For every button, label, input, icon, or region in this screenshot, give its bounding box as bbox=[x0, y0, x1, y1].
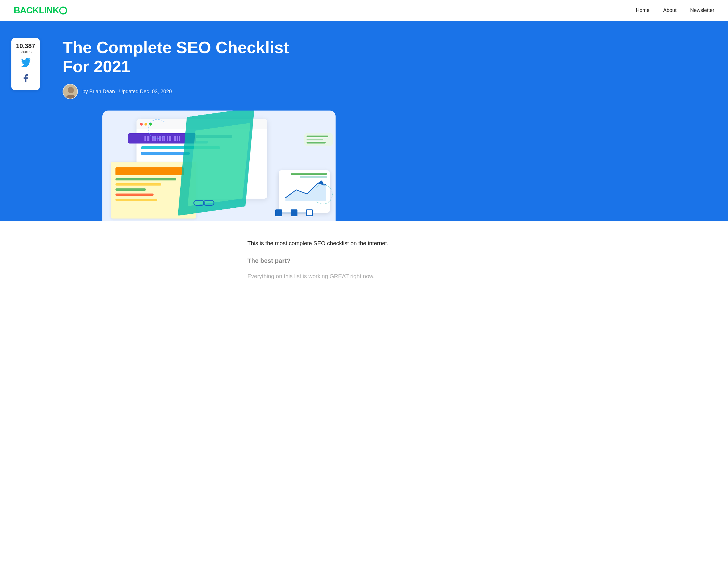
yellow-line-1 bbox=[115, 183, 161, 185]
nav-home[interactable]: Home bbox=[636, 7, 649, 13]
card-line-1 bbox=[291, 173, 327, 175]
site-header: BACKLINK Home About Newsletter bbox=[0, 0, 728, 21]
zigzag-1 bbox=[144, 136, 150, 141]
dashed-circle-left bbox=[148, 119, 168, 139]
small-green-card bbox=[304, 133, 333, 146]
sg-line-1 bbox=[306, 136, 328, 137]
sq-2 bbox=[291, 209, 297, 216]
nav-newsletter[interactable]: Newsletter bbox=[690, 7, 714, 13]
logo-text: BACKLINK bbox=[14, 5, 59, 16]
green-line-2 bbox=[115, 189, 146, 191]
ill-line-4 bbox=[141, 152, 190, 155]
twitter-share-button[interactable] bbox=[15, 58, 36, 70]
orange-small bbox=[115, 194, 154, 196]
best-part-label: The best part? bbox=[247, 257, 481, 264]
hero-illustration bbox=[102, 111, 335, 221]
intro-text: This is the most complete SEO checklist … bbox=[247, 238, 481, 248]
dashed-circle-right bbox=[313, 184, 333, 204]
logo-o bbox=[59, 6, 67, 15]
card-line-2 bbox=[300, 176, 327, 178]
yellow-line-2 bbox=[115, 199, 157, 201]
sg-line-3 bbox=[306, 142, 326, 144]
sq-line-1 bbox=[282, 212, 291, 213]
site-logo[interactable]: BACKLINK bbox=[14, 5, 67, 16]
svg-point-1 bbox=[68, 87, 74, 93]
zigzag-5 bbox=[174, 136, 180, 141]
share-label: shares bbox=[15, 50, 36, 54]
everything-text: Everything on this list is working GREAT… bbox=[247, 271, 481, 281]
nav-about[interactable]: About bbox=[663, 7, 676, 13]
sg-line-2 bbox=[306, 139, 323, 140]
card-lines bbox=[281, 173, 327, 178]
share-widget: 10,387 shares bbox=[11, 38, 40, 90]
page-title: The Complete SEO Checklist For 2021 bbox=[62, 38, 296, 76]
zigzag-4 bbox=[167, 136, 172, 141]
orange-bar bbox=[115, 167, 184, 175]
dot-yellow bbox=[144, 123, 147, 125]
green-line-1 bbox=[115, 178, 176, 180]
hero-illustration-wrapper bbox=[102, 111, 705, 221]
hero-content: The Complete SEO Checklist For 2021 by B… bbox=[62, 38, 705, 221]
squares-chain bbox=[275, 209, 313, 216]
sq-line-2 bbox=[297, 212, 306, 213]
share-count: 10,387 bbox=[15, 42, 36, 50]
link-chain bbox=[193, 200, 214, 206]
link-right bbox=[203, 200, 214, 206]
facebook-share-button[interactable] bbox=[15, 73, 36, 86]
sq-outline bbox=[306, 209, 313, 216]
main-nav: Home About Newsletter bbox=[636, 7, 714, 13]
avatar bbox=[62, 84, 78, 99]
hero-section: 10,387 shares The Complete SEO Checklist… bbox=[0, 21, 728, 221]
author-row: by Brian Dean · Updated Dec. 03, 2020 bbox=[62, 84, 705, 99]
dot-red bbox=[140, 123, 143, 125]
author-text: by Brian Dean · Updated Dec. 03, 2020 bbox=[82, 89, 172, 95]
body-content: This is the most complete SEO checklist … bbox=[236, 221, 492, 292]
sq-1 bbox=[275, 209, 282, 216]
